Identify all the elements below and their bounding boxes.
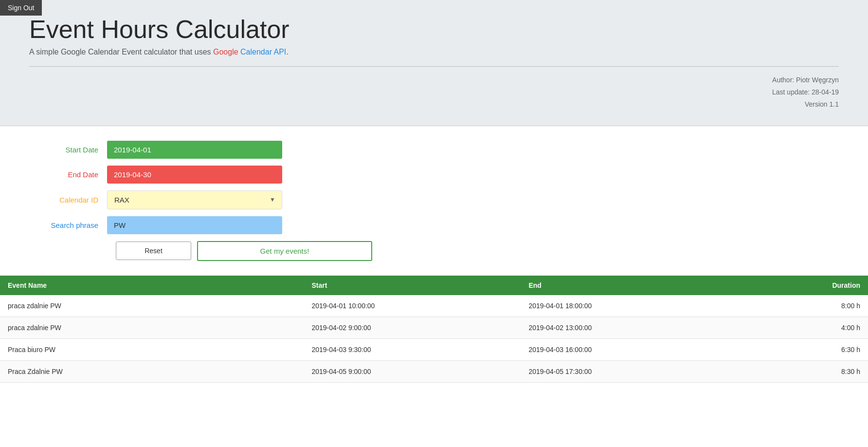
col-header-event-name: Event Name bbox=[0, 276, 304, 295]
table-row: praca zdalnie PW 2019-04-01 10:00:00 201… bbox=[0, 295, 868, 317]
table-row: praca zdalnie PW 2019-04-02 9:00:00 2019… bbox=[0, 317, 868, 338]
search-phrase-input[interactable] bbox=[107, 216, 282, 234]
google-blue-text: Calendar API bbox=[240, 48, 286, 56]
cell-duration: 8:30 h bbox=[738, 360, 868, 382]
table-row: Praca biuro PW 2019-04-03 9:30:00 2019-0… bbox=[0, 338, 868, 360]
cell-duration: 6:30 h bbox=[738, 338, 868, 360]
cell-start: 2019-04-01 10:00:00 bbox=[304, 295, 521, 317]
sign-out-button[interactable]: Sign Out bbox=[0, 0, 42, 16]
search-phrase-row: Search phrase bbox=[29, 216, 839, 234]
form-section: Start Date End Date Calendar ID RAX Prim… bbox=[0, 126, 868, 271]
end-date-row: End Date bbox=[29, 166, 839, 184]
table-section: Event Name Start End Duration praca zdal… bbox=[0, 276, 868, 383]
header-section: Event Hours Calculator A simple Google C… bbox=[0, 0, 868, 126]
table-header-row: Event Name Start End Duration bbox=[0, 276, 868, 295]
cell-duration: 8:00 h bbox=[738, 295, 868, 317]
get-events-button[interactable]: Get my events! bbox=[197, 241, 372, 261]
col-header-end: End bbox=[521, 276, 738, 295]
calendar-select-wrapper: RAX Primary Work Other bbox=[107, 190, 282, 209]
cell-end: 2019-04-03 16:00:00 bbox=[521, 338, 738, 360]
cell-duration: 4:00 h bbox=[738, 317, 868, 338]
events-table: Event Name Start End Duration praca zdal… bbox=[0, 276, 868, 383]
cell-start: 2019-04-03 9:30:00 bbox=[304, 338, 521, 360]
header-meta: Author: Piotr Węgrzyn Last update: 28-04… bbox=[29, 74, 839, 111]
table-row: Praca Zdalnie PW 2019-04-05 9:00:00 2019… bbox=[0, 360, 868, 382]
subtitle-plain-text: A simple Google Calendar Event calculato… bbox=[29, 48, 213, 56]
header-divider bbox=[29, 66, 839, 67]
update-label: Last update: 28-04-19 bbox=[29, 86, 839, 98]
reset-button[interactable]: Reset bbox=[116, 242, 191, 260]
start-date-input[interactable] bbox=[107, 141, 282, 159]
col-header-duration: Duration bbox=[738, 276, 868, 295]
version-label: Version 1.1 bbox=[29, 98, 839, 111]
cell-event-name: praca zdalnie PW bbox=[0, 317, 304, 338]
search-phrase-label: Search phrase bbox=[29, 221, 107, 229]
cell-event-name: Praca Zdalnie PW bbox=[0, 360, 304, 382]
cell-event-name: praca zdalnie PW bbox=[0, 295, 304, 317]
cell-start: 2019-04-02 9:00:00 bbox=[304, 317, 521, 338]
start-date-row: Start Date bbox=[29, 141, 839, 159]
col-header-start: Start bbox=[304, 276, 521, 295]
cell-end: 2019-04-05 17:30:00 bbox=[521, 360, 738, 382]
cell-end: 2019-04-02 13:00:00 bbox=[521, 317, 738, 338]
page-title: Event Hours Calculator bbox=[29, 15, 839, 44]
start-date-label: Start Date bbox=[29, 146, 107, 154]
header-subtitle: A simple Google Calendar Event calculato… bbox=[29, 48, 839, 56]
cell-event-name: Praca biuro PW bbox=[0, 338, 304, 360]
cell-start: 2019-04-05 9:00:00 bbox=[304, 360, 521, 382]
subtitle-end: . bbox=[286, 48, 288, 56]
author-label: Author: Piotr Węgrzyn bbox=[29, 74, 839, 86]
google-red-text: Google bbox=[213, 48, 240, 56]
cell-end: 2019-04-01 18:00:00 bbox=[521, 295, 738, 317]
calendar-id-select[interactable]: RAX Primary Work Other bbox=[107, 190, 282, 209]
calendar-id-row: Calendar ID RAX Primary Work Other bbox=[29, 190, 839, 209]
end-date-input[interactable] bbox=[107, 166, 282, 184]
end-date-label: End Date bbox=[29, 170, 107, 179]
calendar-id-label: Calendar ID bbox=[29, 196, 107, 204]
buttons-row: Reset Get my events! bbox=[29, 241, 839, 261]
